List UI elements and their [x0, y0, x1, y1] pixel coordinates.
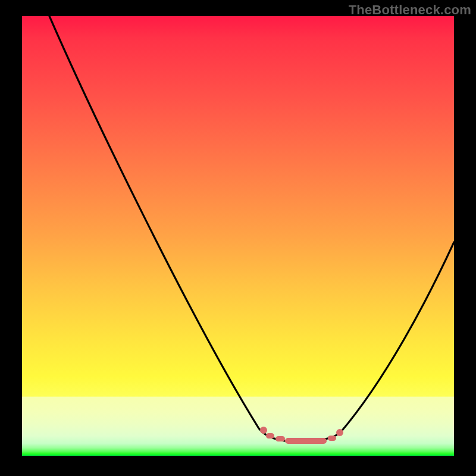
plot-area [22, 16, 454, 456]
chart-root: TheBottleneck.com [0, 0, 476, 476]
bottleneck-curve [22, 16, 454, 456]
attribution-label: TheBottleneck.com [349, 2, 471, 18]
